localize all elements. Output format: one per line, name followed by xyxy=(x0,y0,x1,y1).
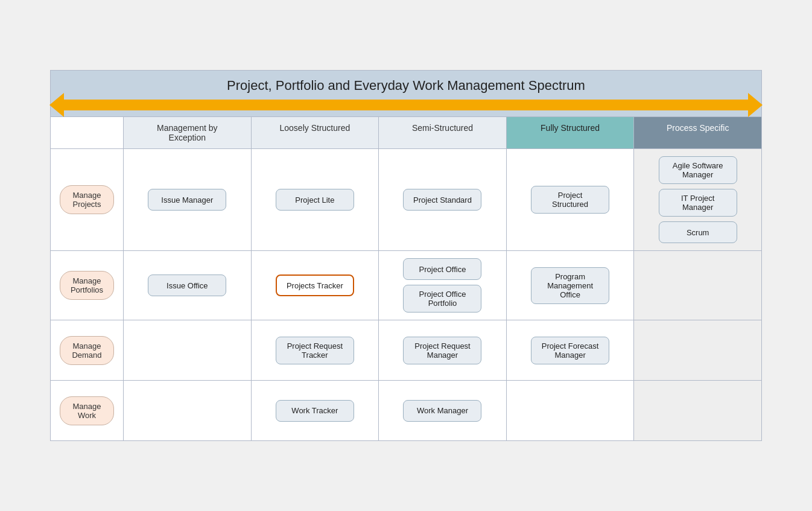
cell-0-2: Project Standard xyxy=(378,149,506,250)
cell-0-0: Issue Manager xyxy=(123,149,251,250)
item-project-office[interactable]: Project Office xyxy=(403,258,481,280)
col-header-3: Fully Structured xyxy=(506,117,634,148)
diagram-container: Project, Portfolio and Everyday Work Man… xyxy=(50,70,762,441)
col-header-4: Process Specific xyxy=(633,117,761,148)
row-manage-portfolios: ManagePortfolios Issue Office Projects T… xyxy=(51,250,761,320)
row-label-manage-portfolios: ManagePortfolios xyxy=(60,271,114,300)
column-headers-row: Management byException Loosely Structure… xyxy=(51,116,761,148)
item-agile-software-manager[interactable]: Agile SoftwareManager xyxy=(659,156,737,184)
cell-2-1: Project RequestTracker xyxy=(251,320,379,380)
cell-3-3 xyxy=(506,381,634,440)
col-header-spacer xyxy=(51,117,123,148)
cell-1-4 xyxy=(633,251,761,320)
row-manage-demand: ManageDemand Project RequestTracker Proj… xyxy=(51,320,761,380)
cell-2-2: Project RequestManager xyxy=(378,320,506,380)
row-manage-work: ManageWork Work Tracker Work Manager xyxy=(51,380,761,440)
cell-1-3: ProgramManagementOffice xyxy=(506,251,634,320)
item-issue-manager[interactable]: Issue Manager xyxy=(148,189,226,211)
row-label-cell-1: ManagePortfolios xyxy=(51,251,123,320)
row-label-manage-work: ManageWork xyxy=(60,396,114,425)
item-project-office-portfolio[interactable]: Project OfficePortfolio xyxy=(403,285,481,313)
row-label-cell-3: ManageWork xyxy=(51,381,123,440)
item-scrum[interactable]: Scrum xyxy=(659,221,737,243)
item-work-manager[interactable]: Work Manager xyxy=(403,400,481,422)
cell-3-1: Work Tracker xyxy=(251,381,379,440)
col-header-2: Semi-Structured xyxy=(378,117,506,148)
grid-body: ManageProjects Issue Manager Project Lit… xyxy=(51,148,761,440)
row-label-manage-demand: ManageDemand xyxy=(60,336,114,365)
cell-2-0 xyxy=(123,320,251,380)
cell-1-1: Projects Tracker xyxy=(251,251,379,320)
cell-1-0: Issue Office xyxy=(123,251,251,320)
cell-1-2: Project Office Project OfficePortfolio xyxy=(378,251,506,320)
cell-0-4: Agile SoftwareManager IT Project Manager… xyxy=(633,149,761,250)
item-issue-office[interactable]: Issue Office xyxy=(148,275,226,296)
title-row: Project, Portfolio and Everyday Work Man… xyxy=(51,71,761,97)
item-project-lite[interactable]: Project Lite xyxy=(276,189,354,211)
row-label-manage-projects: ManageProjects xyxy=(60,185,114,214)
item-program-management-office[interactable]: ProgramManagementOffice xyxy=(531,267,609,304)
cell-3-2: Work Manager xyxy=(378,381,506,440)
arrow-row xyxy=(51,97,761,116)
cell-2-4 xyxy=(633,320,761,380)
item-project-request-tracker[interactable]: Project RequestTracker xyxy=(276,337,354,364)
item-project-forecast-manager[interactable]: Project ForecastManager xyxy=(531,337,609,364)
cell-0-3: Project Structured xyxy=(506,149,634,250)
cell-3-0 xyxy=(123,381,251,440)
item-project-request-manager[interactable]: Project RequestManager xyxy=(403,337,481,364)
item-it-project-manager[interactable]: IT Project Manager xyxy=(659,189,737,217)
diagram-title: Project, Portfolio and Everyday Work Man… xyxy=(57,78,755,94)
row-label-cell-2: ManageDemand xyxy=(51,320,123,380)
row-label-cell-0: ManageProjects xyxy=(51,149,123,250)
col-header-1: Loosely Structured xyxy=(251,117,379,148)
row-manage-projects: ManageProjects Issue Manager Project Lit… xyxy=(51,148,761,250)
cell-2-3: Project ForecastManager xyxy=(506,320,634,380)
item-projects-tracker[interactable]: Projects Tracker xyxy=(276,275,354,296)
cell-0-1: Project Lite xyxy=(251,149,379,250)
spectrum-arrow xyxy=(63,100,749,110)
item-work-tracker[interactable]: Work Tracker xyxy=(276,400,354,422)
item-project-standard[interactable]: Project Standard xyxy=(403,189,481,211)
item-project-structured[interactable]: Project Structured xyxy=(531,186,609,214)
cell-3-4 xyxy=(633,381,761,440)
col-header-0: Management byException xyxy=(123,117,251,148)
